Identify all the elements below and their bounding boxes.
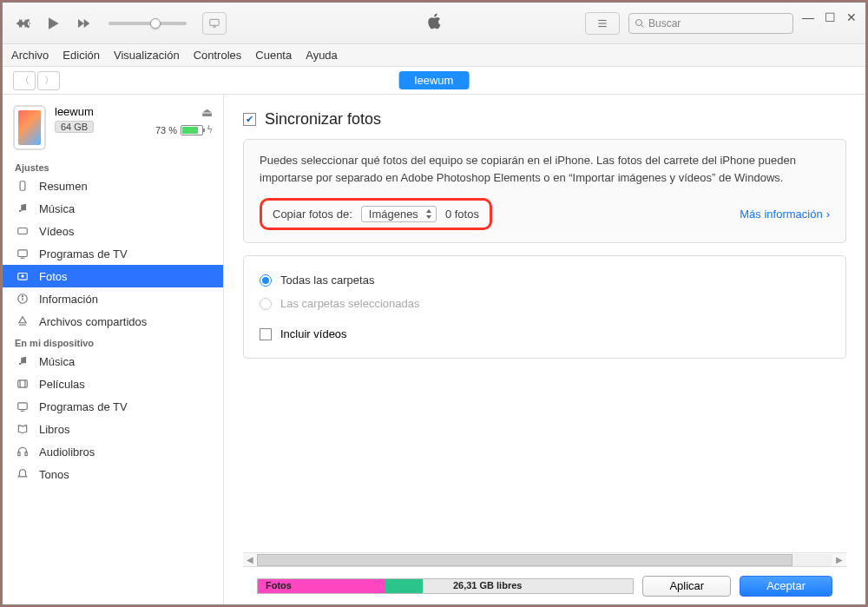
sidebar-item-musica-dev[interactable]: Música [3,350,223,373]
close-button[interactable]: ✕ [846,10,857,24]
scroll-right-icon: ▶ [836,555,843,564]
titlebar: Buscar — ☐ ✕ [3,3,865,44]
include-videos-checkbox[interactable]: Incluir vídeos [260,322,830,346]
sidebar-item-label: Libros [39,423,69,436]
next-button[interactable] [70,11,95,36]
section-ajustes: Ajustes [3,157,223,175]
nav-forward-button[interactable]: 〉 [37,71,60,90]
menu-visualizacion[interactable]: Visualización [114,49,180,62]
sidebar-item-audiolibros[interactable]: Audiolibros [3,440,223,463]
svg-rect-10 [18,250,28,257]
radio-icon [260,298,272,310]
options-panel: Todas las carpetas Las carpetas seleccio… [243,255,846,359]
svg-rect-23 [18,403,28,410]
sidebar-item-resumen[interactable]: Resumen [3,175,223,197]
sidebar-item-label: Tonos [39,468,69,481]
share-icon [15,315,30,327]
airplay-button[interactable] [202,12,227,35]
iphone-icon [13,105,46,150]
books-icon [15,423,30,435]
photos-icon [15,270,30,282]
summary-icon [15,180,30,192]
menu-edicion[interactable]: Edición [62,49,100,62]
svg-rect-6 [20,181,25,191]
sidebar-item-label: Información [39,293,98,306]
device-header: leewum 64 GB ⏏ 73 % ϟ [3,98,223,157]
music-icon [15,355,30,367]
search-placeholder: Buscar [648,17,681,30]
sidebar-item-fotos[interactable]: Fotos [3,265,223,287]
sidebar-item-tonos[interactable]: Tonos [3,463,223,485]
sidebar: leewum 64 GB ⏏ 73 % ϟ Ajustes Resumen Mú… [3,95,224,604]
battery-icon [181,125,203,135]
play-button[interactable] [41,11,65,36]
search-input[interactable]: Buscar [628,13,793,34]
sidebar-item-label: Resumen [39,180,88,193]
svg-point-19 [24,361,26,363]
main-panel: Sincronizar fotos Puedes seleccionar qué… [224,95,865,604]
movies-icon [15,378,30,390]
radio-all-folders[interactable]: Todas las carpetas [260,268,830,292]
volume-slider[interactable] [108,22,187,25]
sync-description: Puedes seleccionar qué fotos del equipo … [260,152,830,186]
radio-selected-folders[interactable]: Las carpetas seleccionadas [260,292,830,315]
svg-rect-25 [18,452,20,456]
svg-point-4 [636,19,642,25]
svg-rect-26 [25,452,27,456]
copy-source-dropdown[interactable]: Imágenes [361,206,437,222]
more-info-link[interactable]: Más información › [740,208,830,221]
footer: Fotos 26,31 GB libres Aplicar Aceptar [243,566,846,604]
sidebar-item-musica[interactable]: Música [3,197,223,220]
sidebar-item-informacion[interactable]: Información [3,287,223,310]
horizontal-scrollbar[interactable]: ◀ ▶ [243,552,846,566]
copy-from-label: Copiar fotos de: [273,208,352,221]
menu-archivo[interactable]: Archivo [11,49,49,62]
eject-icon[interactable]: ⏏ [201,105,213,119]
checkbox-label: Incluir vídeos [280,327,347,340]
list-view-button[interactable] [585,12,620,35]
svg-point-18 [19,363,21,365]
sidebar-item-libros[interactable]: Libros [3,418,223,440]
checkbox-icon [260,328,272,340]
sidebar-item-label: Programas de TV [39,247,128,261]
sidebar-item-label: Música [39,202,75,215]
info-icon [15,293,30,305]
svg-point-16 [22,296,23,297]
audiobooks-icon [15,445,30,458]
svg-rect-0 [210,19,220,25]
battery-percent: 73 % [155,125,177,135]
usage-segment-fotos [258,579,385,593]
sidebar-item-archivos[interactable]: Archivos compartidos [3,310,223,333]
window-controls: — ☐ ✕ [802,10,857,36]
sidebar-item-tv-dev[interactable]: Programas de TV [3,395,223,418]
tones-icon [15,468,30,480]
usage-segment-free [423,579,633,593]
menu-ayuda[interactable]: Ayuda [306,49,338,62]
apply-button[interactable]: Aplicar [642,576,731,597]
sidebar-item-peliculas[interactable]: Películas [3,373,223,395]
music-icon [15,202,30,214]
previous-button[interactable] [11,11,36,36]
scroll-left-icon: ◀ [247,555,253,564]
nav-row: 〈 〉 leewum [3,67,865,95]
device-pill[interactable]: leewum [399,71,470,89]
device-list: Música Películas Programas de TV Libros … [3,350,223,485]
chevron-right-icon: › [826,208,830,221]
accept-button[interactable]: Aceptar [740,576,832,597]
menu-controles[interactable]: Controles [194,49,242,62]
svg-rect-9 [18,228,28,234]
minimize-button[interactable]: — [802,10,814,24]
sidebar-item-tv[interactable]: Programas de TV [3,242,223,265]
search-icon [635,18,645,29]
sidebar-item-videos[interactable]: Vídeos [3,220,223,242]
sidebar-item-label: Audiolibros [39,445,95,459]
sidebar-item-label: Archivos compartidos [39,315,147,328]
maximize-button[interactable]: ☐ [825,10,836,24]
sync-photos-checkbox[interactable] [243,113,256,126]
menu-cuenta[interactable]: Cuenta [255,49,292,62]
nav-back-button[interactable]: 〈 [13,71,36,90]
storage-bar: Fotos 26,31 GB libres [257,578,634,594]
battery-status: 73 % ϟ [155,124,213,135]
itunes-window: Buscar — ☐ ✕ Archivo Edición Visualizaci… [2,2,866,605]
radio-label: Todas las carpetas [280,274,374,287]
